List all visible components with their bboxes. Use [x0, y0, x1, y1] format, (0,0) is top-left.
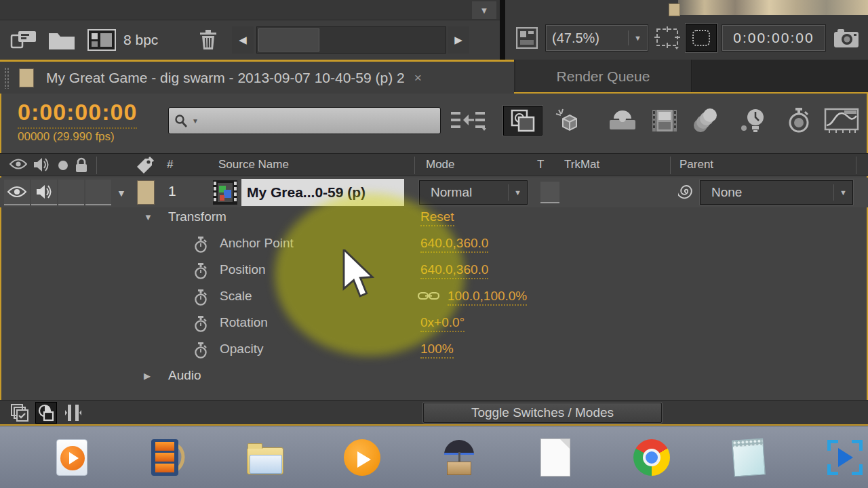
folder-icon[interactable]	[46, 27, 77, 53]
property-row-rotation[interactable]: Rotation 0x+0.0°	[0, 310, 868, 337]
taskbar-windows-media-player-icon[interactable]	[52, 438, 92, 477]
close-icon[interactable]: ×	[414, 70, 422, 85]
taskbar-install-package-icon[interactable]	[439, 438, 479, 477]
transfer-controls-pane-icon[interactable]	[35, 402, 57, 424]
layer-visibility-toggle[interactable]	[4, 180, 30, 205]
property-value[interactable]: 640.0,360.0	[420, 262, 488, 279]
magnification-dropdown[interactable]: (47.5%) ▼	[546, 25, 648, 51]
layer-row[interactable]: ▼ 1 My Grea...0-59 (p) Normal ▼ None ▼	[0, 178, 868, 207]
property-row-opacity[interactable]: Opacity 100%	[0, 337, 868, 363]
property-row-scale[interactable]: Scale 100.0,100.0%	[0, 284, 868, 310]
twirl-down-icon[interactable]: ▼	[144, 212, 153, 222]
taskbar-media-player-classic-icon[interactable]	[342, 438, 382, 477]
transform-group-row[interactable]: ▼ Transform Reset	[0, 205, 868, 231]
column-mode[interactable]: Mode	[426, 158, 455, 171]
composition-icon	[19, 68, 34, 87]
bit-depth-indicator[interactable]: 8 bpc	[123, 27, 158, 53]
transform-group-label[interactable]: Transform	[168, 209, 226, 224]
property-value[interactable]: 640.0,360.0	[420, 236, 488, 253]
panel-divider[interactable]	[500, 0, 505, 60]
column-t[interactable]: T	[537, 158, 544, 171]
layer-audio-toggle[interactable]	[31, 180, 57, 205]
footage-icon[interactable]	[85, 27, 118, 53]
layer-label-color[interactable]	[137, 180, 155, 205]
layer-solo-toggle[interactable]	[58, 180, 84, 205]
scrollbar-down-button[interactable]: ▼	[472, 1, 496, 19]
column-parent[interactable]: Parent	[679, 158, 713, 171]
snapshot-camera-icon[interactable]	[831, 25, 861, 51]
property-value[interactable]: 100%	[420, 342, 454, 359]
property-label[interactable]: Rotation	[220, 315, 268, 330]
stopwatch-icon[interactable]	[194, 342, 208, 361]
blend-mode-dropdown[interactable]: Normal ▼	[419, 180, 528, 205]
audio-group-label[interactable]: Audio	[168, 368, 201, 383]
hide-shy-layers-button[interactable]	[503, 106, 542, 136]
search-input[interactable]: ▼	[168, 107, 441, 134]
current-time-display[interactable]: 0:00:00:00	[18, 99, 137, 129]
audio-group-row[interactable]: ▶ Audio	[0, 363, 868, 390]
stopwatch-icon[interactable]	[194, 237, 208, 256]
region-of-interest-icon[interactable]	[652, 25, 682, 51]
motion-blur-film-icon[interactable]	[646, 106, 684, 136]
tab-render-queue[interactable]: Render Queue	[515, 60, 692, 94]
trash-icon[interactable]	[195, 27, 221, 53]
transform-reset-link[interactable]: Reset	[420, 209, 454, 226]
tab-composition[interactable]: My Great Game - dig swarm - 2013-09-07 1…	[0, 60, 514, 94]
twirl-right-icon[interactable]: ▶	[144, 371, 151, 381]
taskbar-document-icon[interactable]	[536, 438, 575, 477]
column-number[interactable]: #	[167, 158, 173, 171]
preview-timecode[interactable]: 0:00:00:00	[722, 25, 825, 51]
brainstorm-icon[interactable]	[734, 106, 774, 136]
scrollbar-right-button[interactable]: ▶	[448, 26, 469, 54]
layer-twirl-icon[interactable]: ▼	[117, 188, 126, 199]
eye-icon[interactable]	[9, 158, 27, 170]
property-row-position[interactable]: Position 640.0,360.0	[0, 258, 868, 284]
taskbar-screen-recorder-icon[interactable]	[825, 438, 865, 477]
panel-grip-icon[interactable]	[4, 67, 9, 89]
motion-blur-icon[interactable]	[686, 106, 724, 136]
draft-3d-icon[interactable]	[549, 106, 589, 136]
parent-pickwhip-icon[interactable]	[678, 184, 694, 201]
property-label[interactable]: Position	[220, 262, 266, 277]
preserve-transparency-toggle[interactable]	[540, 182, 559, 203]
taskbar-windows-explorer-icon[interactable]	[245, 438, 285, 477]
solo-icon[interactable]	[58, 161, 68, 170]
property-label[interactable]: Anchor Point	[220, 236, 294, 251]
stopwatch-icon[interactable]	[194, 263, 208, 282]
lock-icon[interactable]	[75, 157, 88, 174]
column-trkmat[interactable]: TrkMat	[564, 158, 599, 171]
graph-editor-icon[interactable]	[821, 106, 863, 136]
project-panel-strip: ▼ 8 bpc ◀ ▶	[0, 0, 500, 60]
audio-speaker-icon[interactable]	[33, 157, 50, 173]
stopwatch-icon[interactable]	[194, 289, 208, 308]
layer-lock-toggle[interactable]	[85, 180, 111, 205]
link-dimensions-icon[interactable]	[418, 291, 439, 304]
view-layout-icon[interactable]	[513, 25, 540, 51]
taskbar-movie-maker-icon[interactable]	[149, 438, 189, 477]
label-color-icon[interactable]	[134, 156, 155, 175]
layer-name[interactable]: My Grea...0-59 (p)	[241, 179, 404, 206]
parent-dropdown[interactable]: None ▼	[700, 180, 853, 205]
column-source-name[interactable]: Source Name	[218, 158, 289, 171]
scrollbar-left-button[interactable]: ◀	[232, 26, 254, 54]
auto-keyframe-icon[interactable]	[780, 106, 818, 136]
property-value[interactable]: 100.0,100.0%	[448, 289, 527, 306]
property-label[interactable]: Scale	[220, 289, 252, 304]
interpret-footage-icon[interactable]	[8, 27, 39, 53]
stopwatch-icon[interactable]	[194, 316, 208, 335]
toggle-switches-modes-button[interactable]: Toggle Switches / Modes	[423, 403, 662, 423]
auto-select-graph-type-button[interactable]	[686, 24, 717, 52]
horizontal-scrollbar[interactable]	[256, 26, 446, 54]
search-options-icon[interactable]: ▼	[192, 117, 199, 125]
taskbar-chrome-icon[interactable]	[632, 438, 671, 477]
property-row-anchor-point[interactable]: Anchor Point 640.0,360.0	[0, 231, 868, 258]
preview-resize-handle[interactable]	[669, 3, 680, 16]
frame-blending-icon[interactable]	[602, 106, 643, 136]
in-out-panes-icon[interactable]	[64, 403, 83, 422]
scrollbar-thumb[interactable]	[258, 28, 319, 52]
taskbar-notepad-icon[interactable]	[729, 438, 768, 477]
mini-flowchart-icon[interactable]	[448, 106, 490, 136]
property-label[interactable]: Opacity	[220, 342, 263, 357]
layer-switches-pane-icon[interactable]	[9, 403, 30, 422]
property-value[interactable]: 0x+0.0°	[420, 315, 465, 332]
